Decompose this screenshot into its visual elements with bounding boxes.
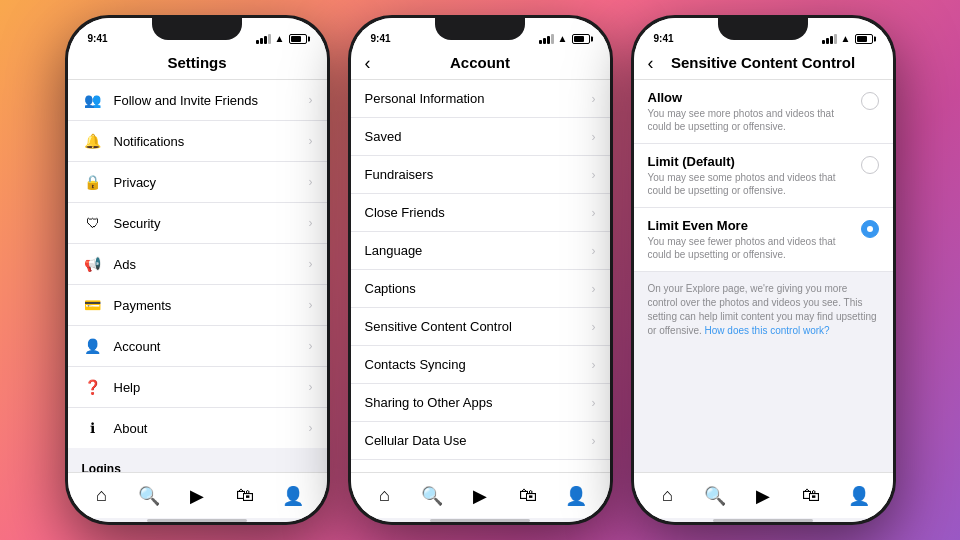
profile-nav-icon[interactable]: 👤 <box>561 481 591 511</box>
bottom-nav-2: ⌂ 🔍 ▶ 🛍 👤 <box>351 472 610 518</box>
nav-title-sensitive: Sensitive Content Control <box>671 54 855 71</box>
limit-more-radio[interactable] <box>861 220 879 238</box>
chevron-icon: › <box>309 298 313 312</box>
home-bar <box>634 518 893 522</box>
security-icon: 🛡 <box>82 212 104 234</box>
list-item[interactable]: Captions › <box>351 270 610 308</box>
allow-desc: You may see more photos and videos that … <box>648 107 853 133</box>
back-button[interactable]: ‹ <box>365 54 371 72</box>
search-nav-icon[interactable]: 🔍 <box>417 481 447 511</box>
home-nav-icon[interactable]: ⌂ <box>369 481 399 511</box>
personal-info-label: Personal Information <box>365 91 592 106</box>
ads-icon: 📢 <box>82 253 104 275</box>
saved-label: Saved <box>365 129 592 144</box>
search-nav-icon[interactable]: 🔍 <box>134 481 164 511</box>
reels-nav-icon[interactable]: ▶ <box>182 481 212 511</box>
payments-label: Payments <box>114 298 309 313</box>
limit-default-desc: You may see some photos and videos that … <box>648 171 853 197</box>
settings-list: 👥 Follow and Invite Friends › 🔔 Notifica… <box>68 80 327 448</box>
privacy-icon: 🔒 <box>82 171 104 193</box>
notifications-icon: 🔔 <box>82 130 104 152</box>
list-item[interactable]: Cellular Data Use › <box>351 422 610 460</box>
list-item[interactable]: 🔒 Privacy › <box>68 162 327 203</box>
home-indicator <box>430 519 530 522</box>
status-time-3: 9:41 <box>654 33 674 44</box>
list-item[interactable]: ℹ About › <box>68 408 327 448</box>
chevron-icon: › <box>309 93 313 107</box>
back-button[interactable]: ‹ <box>648 54 654 72</box>
chevron-icon: › <box>309 257 313 271</box>
home-nav-icon[interactable]: ⌂ <box>86 481 116 511</box>
list-item[interactable]: Original Photos › <box>351 460 610 472</box>
nav-header-settings: Settings <box>68 48 327 80</box>
shop-nav-icon[interactable]: 🛍 <box>230 481 260 511</box>
allow-radio[interactable] <box>861 92 879 110</box>
sensitive-note-link[interactable]: How does this control work? <box>705 325 830 336</box>
list-item[interactable]: Sensitive Content Control › <box>351 308 610 346</box>
list-item[interactable]: Contacts Syncing › <box>351 346 610 384</box>
chevron-icon: › <box>592 358 596 372</box>
fundraisers-label: Fundraisers <box>365 167 592 182</box>
search-nav-icon[interactable]: 🔍 <box>700 481 730 511</box>
list-item[interactable]: 👥 Follow and Invite Friends › <box>68 80 327 121</box>
reels-nav-icon[interactable]: ▶ <box>748 481 778 511</box>
phone-settings: 9:41 ▲ Settings 👥 Follow and Invite Frie… <box>65 15 330 525</box>
logins-section-header: Logins <box>68 448 327 472</box>
limit-default-title: Limit (Default) <box>648 154 853 169</box>
list-item[interactable]: Saved › <box>351 118 610 156</box>
list-item[interactable]: Personal Information › <box>351 80 610 118</box>
allow-option-text: Allow You may see more photos and videos… <box>648 90 853 133</box>
account-icon: 👤 <box>82 335 104 357</box>
limit-default-option-text: Limit (Default) You may see some photos … <box>648 154 853 197</box>
list-item[interactable]: 📢 Ads › <box>68 244 327 285</box>
notifications-label: Notifications <box>114 134 309 149</box>
list-item[interactable]: 🛡 Security › <box>68 203 327 244</box>
limit-default-option[interactable]: Limit (Default) You may see some photos … <box>634 144 893 208</box>
status-icons-3: ▲ <box>822 33 873 44</box>
phone-sensitive: 9:41 ▲ ‹ Sensitive Content Control Allow <box>631 15 896 525</box>
limit-default-radio[interactable] <box>861 156 879 174</box>
chevron-icon: › <box>309 339 313 353</box>
security-label: Security <box>114 216 309 231</box>
limit-more-option[interactable]: Limit Even More You may see fewer photos… <box>634 208 893 272</box>
home-indicator <box>147 519 247 522</box>
limit-more-option-text: Limit Even More You may see fewer photos… <box>648 218 853 261</box>
shop-nav-icon[interactable]: 🛍 <box>796 481 826 511</box>
list-item[interactable]: 💳 Payments › <box>68 285 327 326</box>
profile-nav-icon[interactable]: 👤 <box>844 481 874 511</box>
list-item[interactable]: Language › <box>351 232 610 270</box>
close-friends-label: Close Friends <box>365 205 592 220</box>
notch <box>718 18 808 40</box>
nav-title-account: Account <box>450 54 510 71</box>
bottom-nav-3: ⌂ 🔍 ▶ 🛍 👤 <box>634 472 893 518</box>
privacy-label: Privacy <box>114 175 309 190</box>
chevron-icon: › <box>592 320 596 334</box>
sensitive-note: On your Explore page, we're giving you m… <box>634 272 893 348</box>
battery-icon <box>289 34 307 44</box>
nav-header-sensitive: ‹ Sensitive Content Control <box>634 48 893 80</box>
wifi-icon: ▲ <box>275 33 285 44</box>
home-bar <box>351 518 610 522</box>
limit-more-title: Limit Even More <box>648 218 853 233</box>
list-item[interactable]: 👤 Account › <box>68 326 327 367</box>
allow-option[interactable]: Allow You may see more photos and videos… <box>634 80 893 144</box>
status-time-1: 9:41 <box>88 33 108 44</box>
list-item[interactable]: ❓ Help › <box>68 367 327 408</box>
notch <box>435 18 525 40</box>
home-nav-icon[interactable]: ⌂ <box>652 481 682 511</box>
chevron-icon: › <box>309 421 313 435</box>
wifi-icon: ▲ <box>558 33 568 44</box>
notch <box>152 18 242 40</box>
wifi-icon: ▲ <box>841 33 851 44</box>
list-item[interactable]: Fundraisers › <box>351 156 610 194</box>
chevron-icon: › <box>592 282 596 296</box>
shop-nav-icon[interactable]: 🛍 <box>513 481 543 511</box>
list-item[interactable]: Close Friends › <box>351 194 610 232</box>
list-item[interactable]: Sharing to Other Apps › <box>351 384 610 422</box>
account-list: Personal Information › Saved › Fundraise… <box>351 80 610 472</box>
profile-nav-icon[interactable]: 👤 <box>278 481 308 511</box>
payments-icon: 💳 <box>82 294 104 316</box>
list-item[interactable]: 🔔 Notifications › <box>68 121 327 162</box>
chevron-icon: › <box>592 244 596 258</box>
reels-nav-icon[interactable]: ▶ <box>465 481 495 511</box>
